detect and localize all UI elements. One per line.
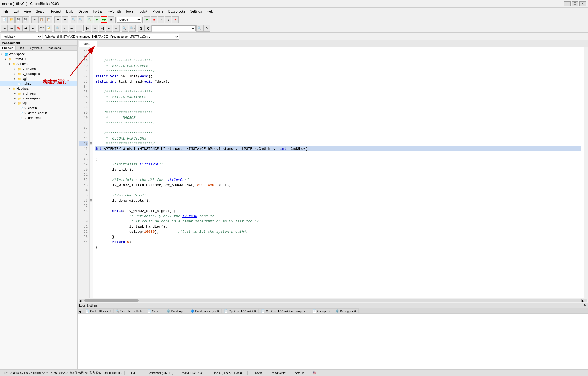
c-btn[interactable]: C [145,25,152,32]
code-editor[interactable]: 2728293031 3233343536 3738394041 424344 … [78,47,588,298]
sidebar-tab-projects[interactable]: Projects [0,46,16,50]
find-button[interactable]: 🔍 [71,16,77,23]
logs-close-icon[interactable]: ✕ [584,304,586,307]
collapse-45[interactable]: ⊟ [90,141,92,146]
tb-btn-8[interactable]: |← [85,25,91,32]
bookmark-button[interactable]: 🔖 [15,25,22,32]
open-file-button[interactable]: 📂 [8,16,15,23]
log-tab-build-log[interactable]: ⚙️ Build log ✕ [164,308,188,313]
menu-plugins[interactable]: Plugins [150,9,165,14]
tb-btn-10[interactable]: →| [99,25,105,32]
tb-btn-6[interactable]: Aa [69,25,75,32]
menu-search[interactable]: Search [34,9,48,14]
menu-tools[interactable]: Tools [123,9,135,14]
menu-settings[interactable]: Settings [188,9,204,14]
search-tb-button[interactable]: 🔍 [54,25,61,32]
debug-next-button[interactable]: ↓ [165,16,171,23]
h-scroll-right[interactable]: ▶ [581,299,587,302]
tb-btn-12[interactable]: → [113,25,120,32]
function-dropdown[interactable]: WinMain(HINSTANCE hInstance, HINSTANCE h… [43,34,179,40]
lv-drivers-hdr-expand[interactable]: ▶ [14,92,17,95]
sidebar-tab-files[interactable]: Files [16,46,26,50]
paste-button[interactable]: 📋 [45,16,52,23]
copy-button[interactable]: 📋 [38,16,45,23]
h-scroll-thumb[interactable] [84,299,139,302]
new-file-button[interactable]: 📄 [1,16,8,23]
logs-scroll-left[interactable]: ◀ [79,310,83,313]
log-tab-cppcheck-vera-close[interactable]: ✕ [254,310,256,313]
collapse-56[interactable]: ⊟ [90,198,92,203]
menu-help[interactable]: Help [205,9,216,14]
global-scope-dropdown[interactable]: <global> [1,34,42,40]
s-btn[interactable]: S [138,25,145,32]
scope-dropdown[interactable] [152,25,196,31]
cut-button[interactable]: ✂ [31,16,38,23]
log-tab-cccc[interactable]: 📄 Cccc ✕ [145,308,164,313]
tb-btn-4[interactable]: ▶ [29,25,36,32]
menu-wxsmith[interactable]: wxSmith [106,9,123,14]
tree-lv-conf-h[interactable]: 📄 lv_conf.h [0,106,77,111]
maximize-button[interactable]: ❐ [572,1,578,6]
log-tab-build-messages[interactable]: 🔷 Build messages ✕ [188,308,222,313]
tree-lv-examples-hdr[interactable]: ▶ 📁 lv_examples [0,96,77,101]
minimize-button[interactable]: — [564,1,571,6]
log-tab-cscope-close[interactable]: ✕ [328,310,330,313]
menu-tools-plus[interactable]: Tools+ [136,9,150,14]
headers-expand-icon[interactable]: ▼ [8,87,11,90]
log-tab-debugger-close[interactable]: ✕ [354,310,356,313]
debug-stop-button[interactable]: ■ [151,16,157,23]
sidebar-tab-resources[interactable]: Resources [44,46,63,50]
lv-examples-src-expand[interactable]: ▶ [14,72,17,75]
tb-btn-9[interactable]: ↔ [92,25,98,32]
sources-expand-icon[interactable]: ▼ [8,63,11,65]
debug-start-button[interactable]: ▶ [144,16,150,23]
lvgl-src-expand[interactable]: ▶ [14,77,17,80]
tb-btn-11[interactable]: ← [106,25,112,32]
build-run-button[interactable]: ▶▶ [101,16,107,23]
save-button[interactable]: 💾 [15,16,22,23]
h-scrollbar[interactable]: ◀ ▶ [78,298,588,303]
log-tab-search-close[interactable]: ✕ [140,310,142,313]
scope-search-button[interactable]: 🔍 [196,25,203,32]
h-scroll-left[interactable]: ◀ [79,299,84,302]
tb-btn-7[interactable]: .* [76,25,82,32]
project-expand-icon[interactable]: ▼ [4,58,8,60]
stop-button[interactable]: ■ [108,16,114,23]
tree-main-c[interactable]: 📄 main.c [0,81,77,86]
log-tab-cppcheck-vera[interactable]: 📄 CppCheck/Vera++ ✕ [222,308,259,313]
h-scroll-track[interactable] [84,299,581,302]
tree-sources[interactable]: ▼ 📁 Sources [0,62,77,66]
tree-lv-drivers-src[interactable]: ▶ 📁 lv_drivers [0,66,77,71]
redo-button[interactable]: ↪ [62,16,68,23]
log-tab-build-messages-close[interactable]: ✕ [217,310,219,313]
editor-tab-close-icon[interactable]: ✕ [92,43,94,46]
tb-btn-3[interactable]: ◀ [22,25,29,32]
debug-breakpoint-button[interactable]: ● [172,16,179,23]
workspace-expand-icon[interactable]: ▼ [1,53,4,56]
tree-headers[interactable]: ▼ 📁 Headers [0,86,77,91]
log-tab-cppcheck-vera-msgs[interactable]: 📄 CppCheck/Vera++ messages ✕ [259,308,310,313]
lv-examples-hdr-expand[interactable]: ▶ [14,97,17,100]
log-tab-codeblocks-close[interactable]: ✕ [109,310,111,313]
tb-btn-5[interactable]: ↩ [62,25,68,32]
save-all-button[interactable]: 💾 [22,16,29,23]
lv-drivers-src-expand[interactable]: ▶ [14,68,17,70]
zoom-in-button[interactable]: 🔍+ [122,25,128,32]
tree-project-littlevgl[interactable]: ▼ 📁 LittlevGL [0,57,77,62]
close-button[interactable]: ✕ [579,1,586,6]
debug-config-dropdown[interactable]: Debug Release [117,17,141,23]
tree-lv-demo-conf-h[interactable]: 📄 lv_demo_conf.h [0,111,77,116]
tree-lv-drivers-hdr[interactable]: ▶ 📁 lv_drivers [0,91,77,96]
lvgl-hdr-expand[interactable]: ▼ [14,102,17,105]
tree-lv-drv-conf-h[interactable]: 📄 lv_drv_conf.h [0,116,77,120]
debug-step-button[interactable]: → [158,16,164,23]
comment-button[interactable]: /** [38,25,45,32]
menu-doxyblocks[interactable]: DoxyBlocks [166,9,188,14]
tree-workspace[interactable]: ▼ 🌐 Workspace [0,52,77,57]
menu-debug[interactable]: Debug [76,9,90,14]
menu-view[interactable]: View [22,9,33,14]
tree-lvgl-src[interactable]: ▶ 📁 lvgl [0,76,77,81]
tree-lvgl-hdr[interactable]: ▼ 📁 lvgl [0,101,77,106]
run-button[interactable]: ▶ [94,16,100,23]
code-content[interactable]: /********************** * STATIC PROTOTY… [93,47,584,298]
